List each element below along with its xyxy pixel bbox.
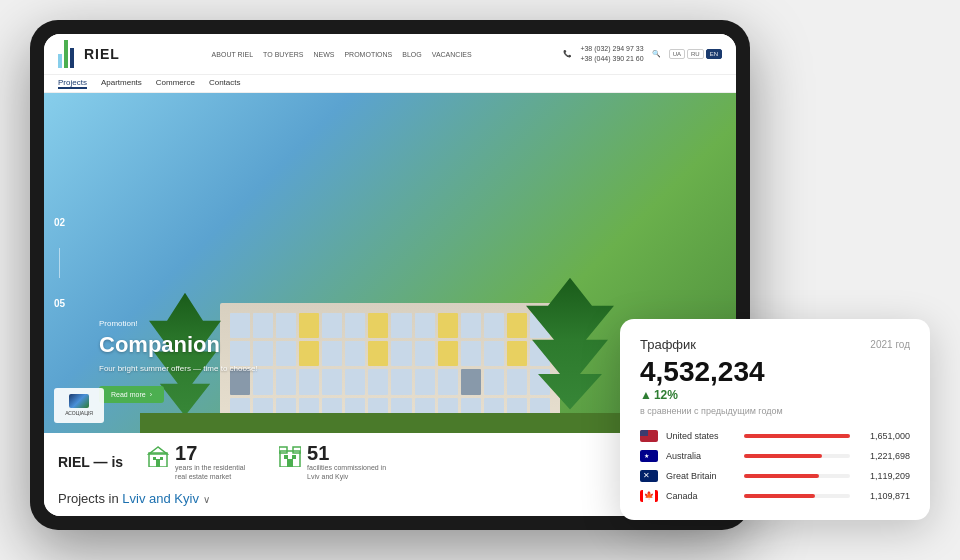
card-year: 2021 год — [870, 339, 910, 350]
chevron-down-icon[interactable]: ∨ — [203, 494, 210, 505]
top-nav: ABOUT RIEL TO BUYERS NEWS PROMOTIONS BLO… — [212, 51, 472, 58]
svg-rect-10 — [292, 455, 296, 459]
facility-icon — [279, 445, 301, 467]
bar-ca — [744, 494, 850, 498]
stat-years: 17 years in the residential real estate … — [147, 443, 255, 481]
nav-blog[interactable]: BLOG — [402, 51, 421, 58]
svg-rect-1 — [70, 48, 74, 68]
projects-title: Projects in Lviv and Kyiv ∨ — [58, 491, 210, 506]
assoc-text: АСОЦІАЦІЯ — [65, 410, 93, 416]
svg-rect-11 — [287, 459, 293, 467]
flag-us — [640, 430, 658, 442]
ground — [140, 413, 640, 433]
country-row-us: United states 1,651,000 — [640, 430, 910, 442]
projects-highlight[interactable]: Lviv and Kyiv — [122, 491, 199, 506]
country-value-us: 1,651,000 — [858, 431, 910, 441]
lang-ua[interactable]: UA — [669, 49, 685, 59]
arrow-icon: › — [150, 391, 152, 398]
country-row-au: Australia 1,221,698 — [640, 450, 910, 462]
phone-icon: 📞 — [563, 50, 572, 58]
country-row-gb: Great Britain 1,119,209 — [640, 470, 910, 482]
lang-en[interactable]: EN — [706, 49, 722, 59]
hero-subtitle: Four bright summer offers — time to choo… — [99, 364, 258, 373]
svg-rect-0 — [64, 40, 68, 68]
header-right: 📞 +38 (032) 294 97 33 +38 (044) 390 21 6… — [563, 44, 722, 64]
stat-years-label: years in the residential real estate mar… — [175, 463, 255, 481]
search-icon[interactable]: 🔍 — [652, 50, 661, 58]
nav-vacancies[interactable]: VACANCIES — [432, 51, 472, 58]
nav-news[interactable]: NEWS — [313, 51, 334, 58]
sub-nav: Projects Apartments Commerce Contacts — [44, 75, 736, 93]
phone2[interactable]: +38 (044) 390 21 60 — [580, 54, 643, 64]
bar-fill-us — [744, 434, 850, 438]
traffic-subtitle: в сравнении с предыдущим годом — [640, 406, 910, 416]
country-name-ca: Canada — [666, 491, 736, 501]
slide-line — [59, 248, 60, 278]
slide-num-1[interactable]: 02 — [54, 217, 65, 228]
hero-sidebar: 02 05 — [54, 217, 65, 309]
nav-promotions[interactable]: PROMOTIONS — [344, 51, 392, 58]
site-header: RIEL ABOUT RIEL TO BUYERS NEWS PROMOTION… — [44, 34, 736, 75]
svg-rect-6 — [156, 459, 160, 467]
phone-block: +38 (032) 294 97 33 +38 (044) 390 21 60 — [580, 44, 643, 64]
lang-ru[interactable]: RU — [687, 49, 704, 59]
stat-years-number: 17 — [175, 443, 255, 463]
subnav-apartments[interactable]: Apartments — [101, 78, 142, 89]
bar-gb — [744, 474, 850, 478]
country-value-au: 1,221,698 — [858, 451, 910, 461]
traffic-main-number: 4,532,234 — [640, 358, 910, 386]
read-more-button[interactable]: Read more › — [99, 386, 164, 403]
nav-about[interactable]: ABOUT RIEL — [212, 51, 254, 58]
nav-buyers[interactable]: TO BUYERS — [263, 51, 303, 58]
svg-rect-9 — [284, 455, 288, 459]
subnav-commerce[interactable]: Commerce — [156, 78, 195, 89]
logo-area: RIEL — [58, 40, 120, 68]
riel-logo-icon — [58, 40, 80, 68]
lang-switcher: UA RU EN — [669, 49, 722, 59]
subnav-projects[interactable]: Projects — [58, 78, 87, 89]
country-value-gb: 1,119,209 — [858, 471, 910, 481]
change-badge: ▲ 12% — [640, 388, 678, 402]
stat-facilities-number: 51 — [307, 443, 387, 463]
card-title: Траффик — [640, 337, 696, 352]
country-row-ca: Canada 1,109,871 — [640, 490, 910, 502]
country-list: United states 1,651,000 Australia 1,221,… — [640, 430, 910, 502]
traffic-card: Траффик 2021 год 4,532,234 ▲ 12% в сравн… — [620, 319, 930, 520]
bar-fill-ca — [744, 494, 815, 498]
bar-fill-gb — [744, 474, 819, 478]
assoc-icon — [69, 394, 89, 408]
country-name-au: Australia — [666, 451, 736, 461]
logo-text: RIEL — [84, 46, 120, 62]
traffic-change: ▲ 12% — [640, 388, 910, 402]
hero-title: Companion — [99, 332, 258, 358]
stat-facilities: 51 facilities commissioned in Lviv and K… — [279, 443, 387, 481]
country-name-us: United states — [666, 431, 736, 441]
country-name-gb: Great Britain — [666, 471, 736, 481]
bar-us — [744, 434, 850, 438]
card-header: Траффик 2021 год — [640, 337, 910, 352]
svg-rect-5 — [160, 457, 163, 460]
svg-rect-2 — [58, 54, 62, 68]
flag-ca — [640, 490, 658, 502]
bar-fill-au — [744, 454, 822, 458]
arrow-up-icon: ▲ — [640, 388, 652, 402]
flag-gb — [640, 470, 658, 482]
promo-label: Promotion! — [99, 319, 258, 328]
subnav-contacts[interactable]: Contacts — [209, 78, 241, 89]
phone1[interactable]: +38 (032) 294 97 33 — [580, 44, 643, 54]
slide-num-2[interactable]: 05 — [54, 298, 65, 309]
country-value-ca: 1,109,871 — [858, 491, 910, 501]
change-percent: 12% — [654, 388, 678, 402]
riel-is-title: RIEL — is — [58, 454, 123, 470]
scene: RIEL ABOUT RIEL TO BUYERS NEWS PROMOTION… — [30, 20, 930, 540]
building-icon — [147, 445, 169, 467]
stat-facilities-label: facilities commissioned in Lviv and Kyiv — [307, 463, 387, 481]
flag-au — [640, 450, 658, 462]
hero-content: Promotion! Companion Four bright summer … — [99, 319, 258, 403]
bar-au — [744, 454, 850, 458]
association-logo: АСОЦІАЦІЯ — [54, 388, 104, 423]
svg-rect-4 — [153, 457, 156, 460]
